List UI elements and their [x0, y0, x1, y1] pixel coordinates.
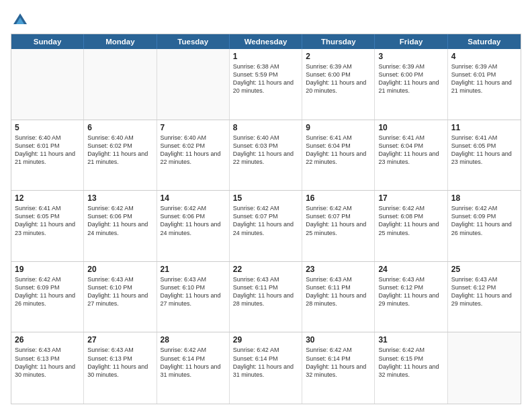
calendar-day-empty — [448, 332, 521, 404]
day-number: 27 — [87, 335, 152, 345]
day-number: 28 — [161, 335, 226, 345]
day-info: Sunrise: 6:42 AMSunset: 6:09 PMDaylight:… — [451, 204, 517, 237]
day-info: Sunrise: 6:38 AMSunset: 5:59 PMDaylight:… — [233, 62, 298, 95]
day-number: 1 — [233, 52, 298, 61]
day-number: 4 — [451, 52, 517, 61]
calendar-day-27: 27Sunrise: 6:43 AMSunset: 6:13 PMDayligh… — [84, 332, 157, 404]
calendar-week-5: 26Sunrise: 6:43 AMSunset: 6:13 PMDayligh… — [11, 332, 521, 404]
day-number: 8 — [233, 123, 298, 132]
calendar-day-6: 6Sunrise: 6:40 AMSunset: 6:02 PMDaylight… — [84, 120, 157, 191]
calendar-day-2: 2Sunrise: 6:39 AMSunset: 6:00 PMDaylight… — [302, 49, 375, 120]
day-info: Sunrise: 6:41 AMSunset: 6:05 PMDaylight:… — [451, 134, 517, 167]
logo-icon — [11, 11, 30, 30]
day-info: Sunrise: 6:40 AMSunset: 6:03 PMDaylight:… — [233, 134, 298, 167]
calendar-day-17: 17Sunrise: 6:42 AMSunset: 6:08 PMDayligh… — [375, 191, 447, 261]
day-info: Sunrise: 6:43 AMSunset: 6:11 PMDaylight:… — [306, 275, 371, 308]
day-number: 20 — [87, 265, 152, 274]
header-day-thursday: Thursday — [302, 34, 375, 49]
calendar-day-empty — [84, 49, 157, 120]
day-info: Sunrise: 6:42 AMSunset: 6:09 PMDaylight:… — [15, 275, 80, 308]
header-day-wednesday: Wednesday — [230, 34, 302, 49]
day-info: Sunrise: 6:42 AMSunset: 6:14 PMDaylight:… — [233, 346, 298, 379]
day-info: Sunrise: 6:42 AMSunset: 6:14 PMDaylight:… — [306, 346, 371, 379]
calendar-day-20: 20Sunrise: 6:43 AMSunset: 6:10 PMDayligh… — [84, 262, 157, 332]
day-info: Sunrise: 6:43 AMSunset: 6:10 PMDaylight:… — [161, 275, 226, 308]
day-info: Sunrise: 6:43 AMSunset: 6:12 PMDaylight:… — [378, 275, 443, 308]
day-number: 16 — [306, 193, 371, 203]
header-day-tuesday: Tuesday — [157, 34, 230, 49]
calendar-day-12: 12Sunrise: 6:41 AMSunset: 6:05 PMDayligh… — [11, 191, 84, 261]
calendar-day-empty — [157, 49, 230, 120]
calendar-week-3: 12Sunrise: 6:41 AMSunset: 6:05 PMDayligh… — [11, 191, 521, 262]
calendar-day-23: 23Sunrise: 6:43 AMSunset: 6:11 PMDayligh… — [302, 262, 375, 332]
day-info: Sunrise: 6:42 AMSunset: 6:14 PMDaylight:… — [161, 346, 226, 379]
calendar-day-empty — [11, 49, 84, 120]
calendar-day-19: 19Sunrise: 6:42 AMSunset: 6:09 PMDayligh… — [11, 262, 84, 332]
calendar-day-4: 4Sunrise: 6:39 AMSunset: 6:01 PMDaylight… — [448, 49, 521, 120]
day-number: 24 — [378, 265, 443, 274]
day-number: 12 — [15, 193, 80, 203]
day-info: Sunrise: 6:42 AMSunset: 6:08 PMDaylight:… — [378, 204, 443, 237]
header — [11, 8, 521, 30]
day-number: 18 — [451, 193, 517, 203]
calendar-day-15: 15Sunrise: 6:42 AMSunset: 6:07 PMDayligh… — [230, 191, 302, 261]
day-info: Sunrise: 6:41 AMSunset: 6:04 PMDaylight:… — [306, 134, 371, 167]
day-info: Sunrise: 6:40 AMSunset: 6:02 PMDaylight:… — [161, 134, 226, 167]
logo — [11, 11, 32, 30]
day-info: Sunrise: 6:40 AMSunset: 6:02 PMDaylight:… — [87, 134, 152, 167]
day-number: 3 — [378, 52, 443, 61]
day-info: Sunrise: 6:43 AMSunset: 6:10 PMDaylight:… — [87, 275, 152, 308]
calendar-body: 1Sunrise: 6:38 AMSunset: 5:59 PMDaylight… — [11, 49, 521, 404]
calendar-header: SundayMondayTuesdayWednesdayThursdayFrid… — [11, 34, 521, 49]
day-number: 25 — [451, 265, 517, 274]
calendar-day-10: 10Sunrise: 6:41 AMSunset: 6:04 PMDayligh… — [375, 120, 447, 191]
day-number: 7 — [161, 123, 226, 132]
calendar-day-9: 9Sunrise: 6:41 AMSunset: 6:04 PMDaylight… — [302, 120, 375, 191]
header-day-sunday: Sunday — [11, 34, 84, 49]
calendar-day-14: 14Sunrise: 6:42 AMSunset: 6:06 PMDayligh… — [157, 191, 230, 261]
calendar-day-16: 16Sunrise: 6:42 AMSunset: 6:07 PMDayligh… — [302, 191, 375, 261]
day-number: 6 — [87, 123, 152, 132]
day-number: 21 — [161, 265, 226, 274]
day-info: Sunrise: 6:43 AMSunset: 6:12 PMDaylight:… — [451, 275, 517, 308]
day-info: Sunrise: 6:42 AMSunset: 6:07 PMDaylight:… — [233, 204, 298, 237]
header-day-monday: Monday — [84, 34, 157, 49]
day-number: 31 — [378, 335, 443, 345]
calendar-day-11: 11Sunrise: 6:41 AMSunset: 6:05 PMDayligh… — [448, 120, 521, 191]
day-number: 30 — [306, 335, 371, 345]
header-day-friday: Friday — [375, 34, 447, 49]
calendar-week-1: 1Sunrise: 6:38 AMSunset: 5:59 PMDaylight… — [11, 49, 521, 120]
day-info: Sunrise: 6:43 AMSunset: 6:11 PMDaylight:… — [233, 275, 298, 308]
day-info: Sunrise: 6:39 AMSunset: 6:00 PMDaylight:… — [306, 62, 371, 95]
day-number: 17 — [378, 193, 443, 203]
day-info: Sunrise: 6:41 AMSunset: 6:05 PMDaylight:… — [15, 204, 80, 237]
calendar-day-28: 28Sunrise: 6:42 AMSunset: 6:14 PMDayligh… — [157, 332, 230, 404]
calendar-day-29: 29Sunrise: 6:42 AMSunset: 6:14 PMDayligh… — [230, 332, 302, 404]
calendar-day-8: 8Sunrise: 6:40 AMSunset: 6:03 PMDaylight… — [230, 120, 302, 191]
day-number: 2 — [306, 52, 371, 61]
day-number: 26 — [15, 335, 80, 345]
day-number: 15 — [233, 193, 298, 203]
day-number: 13 — [87, 193, 152, 203]
calendar-day-5: 5Sunrise: 6:40 AMSunset: 6:01 PMDaylight… — [11, 120, 84, 191]
day-info: Sunrise: 6:39 AMSunset: 6:00 PMDaylight:… — [378, 62, 443, 95]
day-number: 9 — [306, 123, 371, 132]
calendar-day-24: 24Sunrise: 6:43 AMSunset: 6:12 PMDayligh… — [375, 262, 447, 332]
day-info: Sunrise: 6:42 AMSunset: 6:07 PMDaylight:… — [306, 204, 371, 237]
calendar-day-25: 25Sunrise: 6:43 AMSunset: 6:12 PMDayligh… — [448, 262, 521, 332]
calendar-day-3: 3Sunrise: 6:39 AMSunset: 6:00 PMDaylight… — [375, 49, 447, 120]
day-number: 19 — [15, 265, 80, 274]
day-number: 5 — [15, 123, 80, 132]
calendar: SundayMondayTuesdayWednesdayThursdayFrid… — [11, 34, 521, 404]
calendar-day-26: 26Sunrise: 6:43 AMSunset: 6:13 PMDayligh… — [11, 332, 84, 404]
day-info: Sunrise: 6:41 AMSunset: 6:04 PMDaylight:… — [378, 134, 443, 167]
calendar-day-30: 30Sunrise: 6:42 AMSunset: 6:14 PMDayligh… — [302, 332, 375, 404]
calendar-week-2: 5Sunrise: 6:40 AMSunset: 6:01 PMDaylight… — [11, 120, 521, 191]
day-number: 22 — [233, 265, 298, 274]
day-number: 14 — [161, 193, 226, 203]
day-number: 23 — [306, 265, 371, 274]
day-info: Sunrise: 6:43 AMSunset: 6:13 PMDaylight:… — [87, 346, 152, 379]
day-number: 10 — [378, 123, 443, 132]
day-info: Sunrise: 6:42 AMSunset: 6:15 PMDaylight:… — [378, 346, 443, 379]
page: SundayMondayTuesdayWednesdayThursdayFrid… — [0, 0, 532, 411]
